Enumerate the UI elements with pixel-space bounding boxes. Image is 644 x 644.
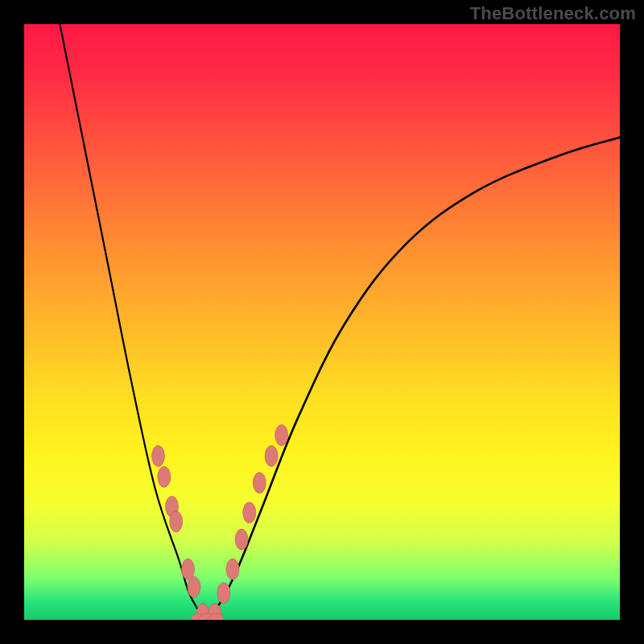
watermark-text: TheBottleneck.com — [470, 3, 636, 24]
gradient-plot-area — [24, 24, 620, 620]
chart-stage: TheBottleneck.com — [0, 0, 644, 644]
